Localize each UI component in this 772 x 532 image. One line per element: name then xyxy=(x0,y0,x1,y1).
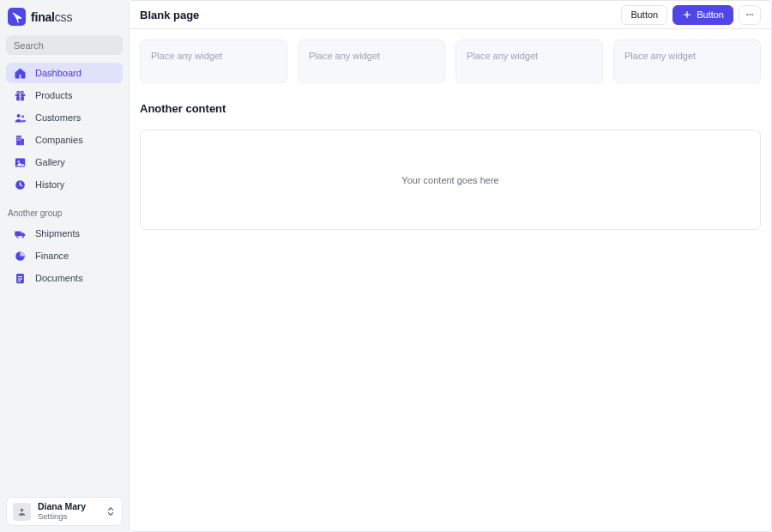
svg-rect-12 xyxy=(19,139,20,140)
sidebar-item-shipments[interactable]: Shipments xyxy=(6,223,123,244)
svg-point-4 xyxy=(21,91,23,94)
user-sub: Settings xyxy=(38,512,99,521)
sidebar-item-gallery[interactable]: Gallery xyxy=(6,152,123,172)
button-label: Button xyxy=(697,9,724,20)
sidebar-item-history[interactable]: History xyxy=(6,174,123,195)
truck-icon xyxy=(13,227,27,240)
svg-point-26 xyxy=(749,14,751,15)
sidebar-item-dashboard[interactable]: Dashboard xyxy=(6,63,123,83)
clock-icon xyxy=(13,178,27,191)
sidebar-item-label: Customers xyxy=(35,112,81,123)
svg-point-3 xyxy=(16,91,19,94)
widget-placeholder[interactable]: Place any widget xyxy=(455,39,603,83)
sidebar-item-label: Companies xyxy=(35,135,83,145)
widget-placeholder-text: Place any widget xyxy=(467,51,538,61)
brand-logo-icon xyxy=(8,8,26,26)
more-button[interactable] xyxy=(739,5,761,25)
primary-button[interactable]: Button xyxy=(672,5,733,25)
svg-rect-7 xyxy=(16,135,21,144)
sidebar-item-products[interactable]: Products xyxy=(6,85,123,106)
sidebar-group-label: Another group xyxy=(6,209,123,218)
svg-point-25 xyxy=(746,14,748,15)
sidebar-item-label: Shipments xyxy=(35,228,80,239)
brand-name-light: css xyxy=(55,10,72,24)
section-title: Another content xyxy=(140,102,761,115)
button-label: Button xyxy=(630,9,658,20)
gift-icon xyxy=(13,88,27,102)
content-box-text: Your content goes here xyxy=(401,175,498,185)
svg-rect-11 xyxy=(17,139,18,140)
plus-icon xyxy=(682,9,692,20)
chevron-up-down-icon xyxy=(106,505,116,517)
topbar: Blank page Button Button xyxy=(130,1,771,29)
page-title: Blank page xyxy=(140,9,199,21)
svg-rect-2 xyxy=(19,94,20,100)
building-icon xyxy=(13,133,27,147)
svg-rect-16 xyxy=(15,231,21,236)
avatar-icon xyxy=(13,503,31,521)
document-icon xyxy=(13,271,27,285)
widget-placeholder-text: Place any widget xyxy=(309,51,380,61)
sidebar-item-finance[interactable]: Finance xyxy=(6,245,123,266)
sidebar-item-documents[interactable]: Documents xyxy=(6,268,123,288)
users-icon xyxy=(13,111,27,124)
user-card[interactable]: Diana Mary Settings xyxy=(6,497,123,526)
sidebar: finalcss Dashboard Products xyxy=(0,0,129,532)
sidebar-item-label: History xyxy=(35,179,64,190)
svg-point-6 xyxy=(21,115,24,118)
home-icon xyxy=(13,66,27,80)
widget-placeholder-text: Place any widget xyxy=(624,51,696,61)
sidebar-item-companies[interactable]: Companies xyxy=(6,130,123,150)
sidebar-item-label: Products xyxy=(35,90,72,100)
svg-rect-23 xyxy=(18,281,21,281)
user-name: Diana Mary xyxy=(38,502,99,512)
brand[interactable]: finalcss xyxy=(6,6,123,29)
svg-point-24 xyxy=(21,508,23,511)
sidebar-item-label: Documents xyxy=(35,273,83,283)
svg-point-5 xyxy=(16,114,20,118)
sidebar-item-label: Gallery xyxy=(35,157,65,167)
svg-rect-22 xyxy=(18,278,22,279)
svg-rect-21 xyxy=(18,276,22,277)
svg-rect-10 xyxy=(19,136,20,137)
widget-placeholder-text: Place any widget xyxy=(151,51,222,61)
chart-icon xyxy=(13,249,27,263)
sidebar-item-customers[interactable]: Customers xyxy=(6,107,123,128)
more-horizontal-icon xyxy=(745,9,755,20)
brand-name-strong: final xyxy=(31,10,55,24)
sidebar-item-label: Dashboard xyxy=(35,68,81,78)
svg-point-18 xyxy=(21,235,23,237)
widget-placeholder[interactable]: Place any widget xyxy=(140,39,287,83)
content-box[interactable]: Your content goes here xyxy=(140,130,761,230)
svg-point-27 xyxy=(751,14,753,15)
brand-text: finalcss xyxy=(31,10,72,24)
main: Blank page Button Button xyxy=(129,0,772,532)
widget-placeholder[interactable]: Place any widget xyxy=(613,39,761,83)
svg-point-14 xyxy=(17,160,19,162)
sidebar-item-label: Finance xyxy=(35,251,69,261)
image-icon xyxy=(13,155,27,169)
widget-placeholder[interactable]: Place any widget xyxy=(298,39,445,83)
svg-point-17 xyxy=(16,235,18,237)
search-input[interactable] xyxy=(6,35,123,55)
widget-row: Place any widget Place any widget Place … xyxy=(140,39,761,83)
sidebar-nav: Dashboard Products Customers Companies xyxy=(6,63,123,288)
svg-rect-9 xyxy=(17,136,18,137)
svg-rect-8 xyxy=(21,138,23,145)
secondary-button[interactable]: Button xyxy=(621,5,667,25)
